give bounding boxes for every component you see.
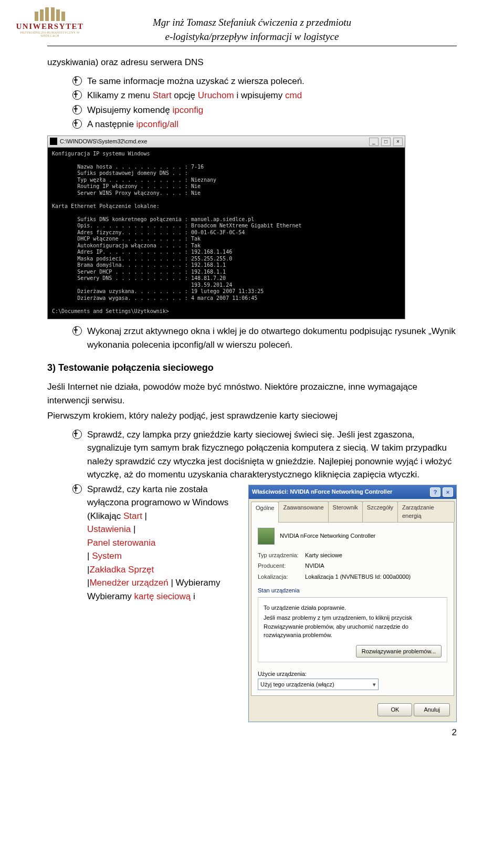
nav-nic: kartę sieciową	[134, 591, 191, 601]
nav-control-panel: Panel sterowania	[87, 538, 155, 548]
cmd-output: Konfiguracja IP systemu Windows Nazwa ho…	[48, 148, 405, 319]
manufacturer-value: NVIDIA	[305, 561, 447, 570]
cmd-title-text: C:\WINDOWS\System32\cmd.exe	[60, 137, 147, 146]
bullet-list-b: Wykonaj zrzut aktywnego okna i wklej je …	[47, 325, 457, 351]
menu-run: Uruchom	[198, 90, 234, 100]
list-item: Wykonaj zrzut aktywnego okna i wklej je …	[72, 325, 457, 351]
doc-header: Mgr inż Tomasz Stefaniuk ćwiczenia z prz…	[47, 16, 457, 44]
section3-p2: Pierwszym krokiem, który należy podjąć, …	[47, 409, 457, 423]
minimize-button[interactable]: _	[369, 138, 379, 146]
logo-word: UNIWERSYTET	[10, 22, 89, 31]
sep: |	[131, 524, 135, 534]
usage-select[interactable]: Użyj tego urządzenia (włącz)	[258, 679, 379, 691]
help-button[interactable]: ?	[430, 487, 440, 497]
tab-general[interactable]: Ogólne	[251, 502, 279, 523]
bullet-list-a: Te same informacje można uzyskać z wiers…	[47, 75, 457, 131]
dialog-title: Właściwości: NVIDIA nForce Networking Co…	[252, 487, 392, 496]
bullet-text: Te same informacje można uzyskać z wiers…	[87, 76, 304, 86]
device-properties-dialog: Właściwości: NVIDIA nForce Networking Co…	[248, 485, 457, 722]
bullet-text: A następnie	[87, 119, 136, 129]
bullet-list-c: Sprawdź, czy lampka przy gnieździe karty…	[47, 428, 457, 722]
device-name: NVIDIA nForce Networking Controller	[280, 531, 375, 540]
bullet-text: opcję	[172, 90, 198, 100]
bullet-text: Klikamy z menu	[87, 90, 153, 100]
sep: |	[142, 511, 147, 521]
ipconfig-all-cmd: ipconfig/all	[136, 119, 178, 129]
list-item: Te same informacje można uzyskać z wiers…	[72, 75, 457, 88]
sep: | Wybieramy	[169, 578, 220, 588]
dialog-bottom-buttons: OK Anuluj	[249, 698, 456, 722]
status-help-text: Jeśli masz problemy z tym urządzeniem, t…	[264, 613, 442, 640]
page-number: 2	[452, 727, 457, 738]
window-buttons: _ □ ×	[368, 137, 403, 146]
list-item: Klikamy z menu Start opcję Uruchom i wpi…	[72, 89, 457, 102]
close-button[interactable]: ×	[393, 138, 403, 146]
bullet-text: Sprawdź, czy lampka przy gnieździe karty…	[87, 430, 452, 480]
ok-button[interactable]: OK	[377, 703, 412, 716]
troubleshoot-button[interactable]: Rozwiązywanie problemów...	[356, 645, 442, 658]
device-type-label: Typ urządzenia:	[258, 551, 305, 560]
dialog-tabs: Ogólne Zaawansowane Sterownik Szczegóły …	[249, 499, 456, 522]
dialog-titlebar: Właściwości: NVIDIA nForce Networking Co…	[249, 485, 456, 499]
cmd-text: cmd	[285, 90, 302, 100]
nav-start: Start	[123, 511, 142, 521]
nav-settings: Ustawienia	[87, 524, 131, 534]
nav-device-mgr: Menedżer urządzeń	[89, 578, 168, 588]
section-3-title: 3) Testowanie połączenia sieciowego	[47, 361, 457, 375]
nic-icon	[258, 528, 275, 545]
cancel-button[interactable]: Anuluj	[414, 703, 450, 716]
tab-driver[interactable]: Sterownik	[328, 501, 363, 522]
intro-line: uzyskiwania) oraz adresu serwera DNS	[47, 56, 457, 69]
manufacturer-label: Producent:	[258, 561, 305, 570]
bullet-text: Wpisujemy komendę	[87, 105, 173, 115]
usage-select-value: Użyj tego urządzenia (włącz)	[260, 681, 334, 687]
status-ok-text: To urządzenie działa poprawnie.	[264, 603, 442, 612]
usage-label: Użycie urządzenia:	[258, 670, 447, 679]
menu-start: Start	[153, 90, 172, 100]
device-type-value: Karty sieciowe	[305, 551, 447, 560]
device-status-box: To urządzenie działa poprawnie. Jeśli ma…	[258, 597, 447, 663]
list-item: Właściwości: NVIDIA nForce Networking Co…	[72, 483, 457, 722]
status-group-title: Stan urządzenia	[258, 586, 447, 595]
bullet-text: Wykonaj zrzut aktywnego okna i wklej je …	[87, 326, 456, 350]
tab-details[interactable]: Szczegóły	[362, 501, 398, 522]
close-button[interactable]: ×	[443, 487, 453, 497]
cmd-window: C:\WINDOWS\System32\cmd.exe _ □ × Konfig…	[47, 136, 405, 320]
maximize-button[interactable]: □	[381, 138, 391, 146]
bullet-text: Wybieramy	[87, 591, 134, 601]
logo-sub: PRZYRODNICZO-HUMANISTYCZNY W SIEDLCACH	[10, 31, 89, 37]
cmd-icon	[50, 138, 57, 145]
dialog-panel: NVIDIA nForce Networking Controller Typ …	[251, 522, 454, 696]
nav-hw-tab: Zakładka Sprzęt	[89, 565, 154, 575]
location-label: Lokalizacja:	[258, 572, 305, 581]
sep: |	[87, 551, 92, 561]
section3-p1: Jeśli Internet nie działa, powodów może …	[47, 380, 457, 407]
location-value: Lokalizacja 1 (NVNETBUS Id: 000a0000)	[305, 572, 447, 581]
list-item: A następnie ipconfig/all	[72, 118, 457, 131]
bullet-text: i wpisujemy	[234, 90, 285, 100]
nav-system: System	[92, 551, 122, 561]
list-item: Wpisujemy komendę ipconfig	[72, 103, 457, 117]
list-item: Sprawdź, czy lampka przy gnieździe karty…	[72, 428, 457, 482]
header-line1: Mgr inż Tomasz Stefaniuk ćwiczenia z prz…	[47, 16, 457, 30]
bullet-text: i	[191, 591, 195, 601]
tab-power[interactable]: Zarządzanie energią	[397, 501, 455, 522]
tab-advanced[interactable]: Zaawansowane	[278, 501, 328, 522]
header-rule	[47, 46, 457, 46]
bullet-text: (Klikając	[87, 511, 123, 521]
cmd-titlebar: C:\WINDOWS\System32\cmd.exe _ □ ×	[48, 136, 405, 148]
ipconfig-cmd: ipconfig	[173, 105, 204, 115]
university-logo: UNIWERSYTET PRZYRODNICZO-HUMANISTYCZNY W…	[10, 7, 89, 37]
header-line2: e-logistyka/przepływ informacji w logist…	[47, 30, 457, 44]
bullet-text: Sprawdź, czy karta nie została wyłączona…	[87, 484, 228, 508]
